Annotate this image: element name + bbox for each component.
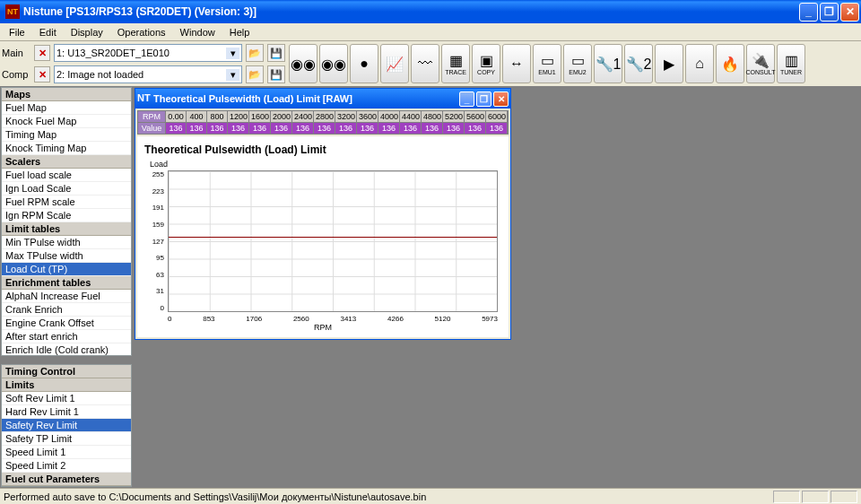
grid-header-cell[interactable]: 2000 <box>271 111 291 123</box>
list-item-timing-map[interactable]: Timing Map <box>2 128 131 142</box>
emu1-button[interactable]: ▭EMU1 <box>533 44 561 83</box>
grid-value-cell[interactable]: 136 <box>465 123 485 134</box>
emu2-button[interactable]: ▭EMU2 <box>563 44 592 83</box>
tool2-button[interactable]: 🔧2 <box>624 44 653 83</box>
list-item-ign-rpm-scale[interactable]: Ign RPM Scale <box>2 209 131 222</box>
maps-panel: MapsFuel MapKnock Fuel MapTiming MapKnoc… <box>1 87 132 356</box>
grid-value-cell[interactable]: 136 <box>292 123 313 134</box>
menu-file[interactable]: File <box>4 25 30 39</box>
menu-help[interactable]: Help <box>224 25 256 39</box>
menu-display[interactable]: Display <box>65 25 109 39</box>
grid-value-cell[interactable]: 136 <box>249 123 270 134</box>
grid-value-cell[interactable]: 136 <box>335 123 356 134</box>
grid-header-cell[interactable]: 1200 <box>228 111 248 123</box>
limits-panel: Timing ControlLimitsSoft Rev Limit 1Hard… <box>1 364 132 487</box>
tool1-button[interactable]: 🔧1 <box>594 44 622 83</box>
list-item-after-start-enrich[interactable]: After start enrich <box>2 330 131 343</box>
menu-window[interactable]: Window <box>175 25 221 39</box>
list-item-hard-rev-limit-1[interactable]: Hard Rev Limit 1 <box>2 405 131 419</box>
grid-value-cell[interactable]: 136 <box>443 123 464 134</box>
grid-header-cell[interactable]: 5600 <box>465 111 485 123</box>
list-item-fuel-load-scale[interactable]: Fuel load scale <box>2 169 131 182</box>
home-button[interactable]: ⌂ <box>685 44 714 83</box>
copy-button[interactable]: ▣COPY <box>472 44 500 83</box>
list-item-safety-rev-limit[interactable]: Safety Rev Limit <box>2 419 131 432</box>
grid-value-cell[interactable]: 136 <box>378 123 399 134</box>
list-item-speed-limit-2[interactable]: Speed Limit 2 <box>2 459 131 473</box>
list-item-safety-tp-limit[interactable]: Safety TP Limit <box>2 432 131 446</box>
grid-header-cell[interactable]: 3600 <box>357 111 378 123</box>
chevron-down-icon[interactable]: ▾ <box>226 69 239 81</box>
comp-clear-button[interactable]: ✕ <box>34 66 50 83</box>
main-file-combo[interactable]: 1: U13_SR20DET_1E010▾ <box>54 44 242 62</box>
list-item-crank-enrich[interactable]: Crank Enrich <box>2 303 131 317</box>
list-item-min-tpulse-width[interactable]: Min TPulse width <box>2 236 131 249</box>
grid-header-cell[interactable]: 1600 <box>249 111 270 123</box>
minimize-button[interactable]: _ <box>799 3 818 22</box>
list-item-fuel-map[interactable]: Fuel Map <box>2 101 131 115</box>
menu-edit[interactable]: Edit <box>34 25 62 39</box>
grid-header-cell[interactable]: 4800 <box>422 111 442 123</box>
consult-button[interactable]: 🔌CONSULT <box>746 44 775 83</box>
list-item-knock-fuel-map[interactable]: Knock Fuel Map <box>2 115 131 128</box>
list-item-soft-rev-limit-1[interactable]: Soft Rev Limit 1 <box>2 392 131 405</box>
mdi-titlebar[interactable]: NT Theoretical Pulsewidth (Load) Limit [… <box>135 89 510 109</box>
graph-b-button[interactable]: 〰 <box>411 44 439 83</box>
grid-header-cell[interactable]: 5200 <box>443 111 464 123</box>
grid-value-cell[interactable]: 136 <box>422 123 442 134</box>
data-grid[interactable]: RPMValue0.001364001368001361200136160013… <box>137 110 509 135</box>
list-item-fuel-rpm-scale[interactable]: Fuel RPM scale <box>2 196 131 209</box>
grid-header-cell[interactable]: 3200 <box>335 111 356 123</box>
maximize-button[interactable]: ❐ <box>820 3 839 22</box>
play-button[interactable]: ▶ <box>655 44 683 83</box>
grid-value-cell[interactable]: 136 <box>207 123 227 134</box>
mdi-window[interactable]: NT Theoretical Pulsewidth (Load) Limit [… <box>135 88 511 340</box>
list-item-load-cut-tp-[interactable]: Load Cut (TP) <box>2 263 131 276</box>
mdi-maximize-button[interactable]: ❐ <box>476 91 491 107</box>
main-clear-button[interactable]: ✕ <box>34 45 50 61</box>
trace-button[interactable]: ▦TRACE <box>441 44 470 83</box>
grid-value-cell[interactable]: 136 <box>486 123 507 134</box>
sync-button[interactable]: ↔ <box>502 44 531 83</box>
list-item-knock-timing-map[interactable]: Knock Timing Map <box>2 142 131 155</box>
grid-header-cell[interactable]: 0.00 <box>166 111 186 123</box>
list-item-max-tpulse-width[interactable]: Max TPulse width <box>2 249 131 263</box>
list-item-enrich-idle-cold-crank-[interactable]: Enrich Idle (Cold crank) <box>2 343 131 355</box>
grid-value-cell[interactable]: 136 <box>187 123 206 134</box>
record-button[interactable]: ● <box>350 44 378 83</box>
list-item-alphan-increase-fuel[interactable]: AlphaN Increase Fuel <box>2 290 131 303</box>
toggle-b-button[interactable]: ◉◉ <box>319 44 348 83</box>
toggle-a-button[interactable]: ◉◉ <box>289 44 317 83</box>
comp-open-button[interactable]: 📂 <box>246 65 264 83</box>
main-save-button[interactable]: 💾 <box>267 44 285 62</box>
grid-header-cell[interactable]: 4000 <box>378 111 399 123</box>
mdi-close-button[interactable]: ✕ <box>493 91 509 107</box>
mdi-minimize-button[interactable]: _ <box>459 91 474 107</box>
grid-header-cell[interactable]: 800 <box>207 111 227 123</box>
comp-save-button[interactable]: 💾 <box>267 65 285 83</box>
grid-header-cell[interactable]: 4400 <box>400 111 421 123</box>
grid-header-cell[interactable]: 2800 <box>314 111 335 123</box>
graph-a-button[interactable]: 📈 <box>380 44 409 83</box>
close-button[interactable]: ✕ <box>840 3 859 22</box>
grid-rpm-label: RPM <box>138 111 165 123</box>
tuner-button[interactable]: ▥TUNER <box>777 44 805 83</box>
grid-value-cell[interactable]: 136 <box>228 123 248 134</box>
list-item-speed-limit-1[interactable]: Speed Limit 1 <box>2 446 131 459</box>
grid-value-cell[interactable]: 136 <box>357 123 378 134</box>
comp-file-combo[interactable]: 2: Image not loaded▾ <box>54 65 242 83</box>
list-item-ign-load-scale[interactable]: Ign Load Scale <box>2 182 131 196</box>
flame-button[interactable]: 🔥 <box>716 44 744 83</box>
chevron-down-icon[interactable]: ▾ <box>226 48 239 59</box>
grid-value-cell[interactable]: 136 <box>166 123 186 134</box>
list-item-engine-crank-offset[interactable]: Engine Crank Offset <box>2 317 131 330</box>
menu-operations[interactable]: Operations <box>112 25 171 39</box>
grid-value-cell[interactable]: 136 <box>400 123 421 134</box>
grid-header-cell[interactable]: 400 <box>187 111 206 123</box>
grid-value-cell[interactable]: 136 <box>314 123 335 134</box>
sidebar: MapsFuel MapKnock Fuel MapTiming MapKnoc… <box>0 86 133 488</box>
main-open-button[interactable]: 📂 <box>246 44 264 62</box>
grid-value-cell[interactable]: 136 <box>271 123 291 134</box>
grid-header-cell[interactable]: 2400 <box>292 111 313 123</box>
grid-header-cell[interactable]: 6000 <box>486 111 507 123</box>
